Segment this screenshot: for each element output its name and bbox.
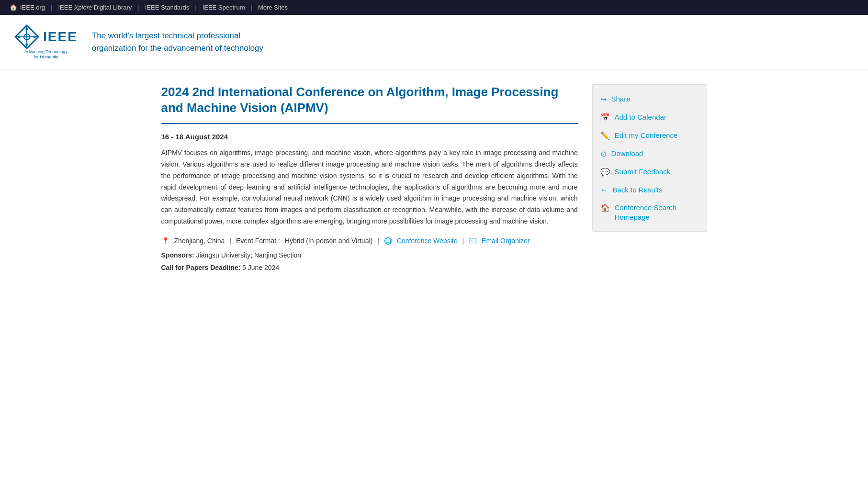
- download-icon: ⊙: [600, 149, 607, 158]
- top-nav: 🏠 IEEE.org | IEEE Xplore Digital Library…: [0, 0, 868, 15]
- nav-sep-1: |: [51, 4, 52, 11]
- sponsors-value-text: Jiangsu University; Nanjing Section: [196, 251, 301, 259]
- submit-feedback-item[interactable]: 💬 Submit Feedback: [600, 167, 699, 177]
- ieee-logo-text: IEEE: [43, 29, 78, 45]
- main-container: 2024 2nd International Conference on Alg…: [147, 84, 721, 271]
- title-divider: [161, 123, 578, 124]
- share-link[interactable]: Share: [611, 94, 631, 104]
- cfp-line: Call for Papers Deadline: 5 June 2024: [161, 264, 578, 271]
- conference-search-item[interactable]: 🏠 Conference Search Homepage: [600, 203, 699, 222]
- meta-sep-1: |: [229, 237, 231, 245]
- nav-sep-4: |: [251, 4, 252, 11]
- ieee-logo-diamond: [14, 24, 39, 49]
- event-format-value: Hybrid (In-person and Virtual): [285, 237, 372, 245]
- event-format-label: Event Format :: [236, 237, 280, 245]
- location-pin-icon: 📍: [161, 237, 169, 245]
- globe-icon: 🌐: [384, 237, 392, 245]
- arrow-left-icon: ←: [600, 186, 608, 194]
- cfp-label: Call for Papers Deadline:: [161, 264, 241, 271]
- calendar-icon: 📅: [600, 113, 610, 122]
- house-icon: 🏠: [600, 203, 610, 213]
- share-icon: ↪: [600, 95, 607, 104]
- header-tagline: The world's largest technical profession…: [92, 30, 263, 54]
- svg-point-5: [26, 44, 28, 46]
- share-item[interactable]: ↪ Share: [600, 94, 699, 104]
- meta-sep-3: |: [462, 237, 464, 245]
- download-link[interactable]: Download: [611, 149, 643, 158]
- conference-meta: 📍 Zhenjiang, China | Event Format : Hybr…: [161, 237, 578, 245]
- email-icon: ✉️: [469, 237, 477, 245]
- nav-sep-3: |: [195, 4, 196, 11]
- nav-spectrum[interactable]: IEEE Spectrum: [203, 4, 245, 11]
- back-to-results-link[interactable]: Back to Results: [613, 185, 663, 195]
- sponsors-line: Sponsors: Jiangsu University; Nanjing Se…: [161, 251, 578, 259]
- logo-subtitle: Advancing Technology for Humanity: [24, 49, 68, 60]
- sidebar: ↪ Share 📅 Add to Calendar ✏️ Edit my Con…: [592, 84, 707, 232]
- svg-point-4: [26, 28, 28, 31]
- email-organizer-link[interactable]: Email Organizer: [482, 237, 530, 245]
- nav-more-sites[interactable]: More Sites: [258, 4, 288, 11]
- submit-feedback-link[interactable]: Submit Feedback: [615, 167, 671, 177]
- conference-content: 2024 2nd International Conference on Alg…: [161, 84, 578, 271]
- nav-standards[interactable]: IEEE Standards: [145, 4, 190, 11]
- pencil-icon: ✏️: [600, 131, 610, 140]
- conference-title: 2024 2nd International Conference on Alg…: [161, 84, 578, 117]
- edit-conference-item[interactable]: ✏️ Edit my Conference: [600, 131, 699, 140]
- back-to-results-item[interactable]: ← Back to Results: [600, 185, 699, 195]
- meta-sep-2: |: [377, 237, 379, 245]
- conference-location: Zhenjiang, China: [174, 237, 225, 245]
- edit-conference-link[interactable]: Edit my Conference: [615, 131, 678, 140]
- add-to-calendar-link[interactable]: Add to Calendar: [615, 112, 666, 122]
- add-to-calendar-item[interactable]: 📅 Add to Calendar: [600, 112, 699, 122]
- svg-point-7: [34, 36, 36, 38]
- logo-area: IEEE Advancing Technology for Humanity: [14, 24, 78, 60]
- conference-date: 16 - 18 August 2024: [161, 133, 578, 141]
- nav-sep-2: |: [137, 4, 139, 11]
- nav-xplore[interactable]: IEEE Xplore Digital Library: [58, 4, 132, 11]
- download-item[interactable]: ⊙ Download: [600, 149, 699, 158]
- sponsors-label: Sponsors:: [161, 251, 194, 259]
- chat-icon: 💬: [600, 168, 610, 177]
- conference-search-link[interactable]: Conference Search Homepage: [615, 203, 699, 222]
- site-header: IEEE Advancing Technology for Humanity T…: [0, 15, 868, 70]
- conference-website-link[interactable]: Conference Website: [397, 237, 458, 245]
- home-icon: 🏠: [10, 4, 17, 11]
- svg-point-6: [18, 36, 21, 38]
- conference-description: AIPMV focuses on algorithms, image proce…: [161, 147, 578, 227]
- cfp-value-text: 5 June 2024: [242, 264, 279, 271]
- logo-row: IEEE: [14, 24, 78, 49]
- nav-ieee-org[interactable]: IEEE.org: [20, 4, 45, 11]
